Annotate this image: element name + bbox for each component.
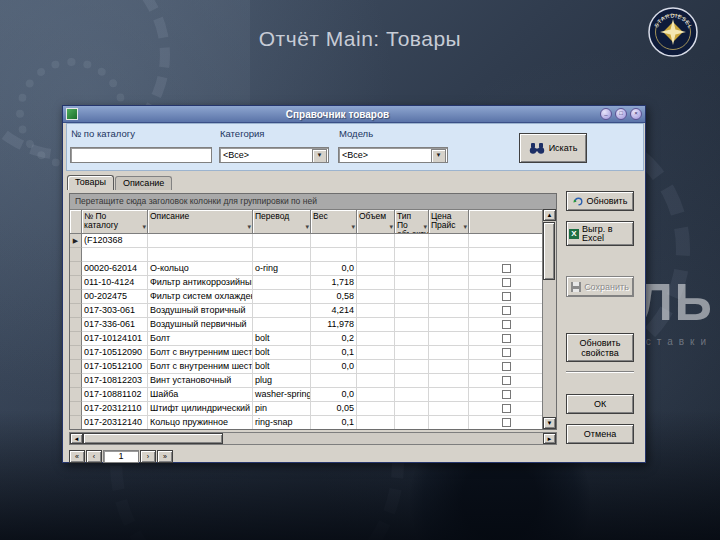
cell-weight — [311, 374, 357, 388]
table-row[interactable]: 011-10-4124Фильтр антикоррозийный1,718 — [70, 276, 556, 290]
maximize-button[interactable]: □ — [615, 108, 627, 120]
cell-price — [429, 290, 469, 304]
column-header[interactable]: № По каталогу▾ — [82, 210, 148, 234]
first-record-button[interactable]: « — [69, 450, 85, 463]
vertical-scroll-thumb[interactable] — [543, 222, 555, 280]
export-excel-label: Выгр. в Excel — [582, 225, 631, 243]
column-header[interactable]: Вес▾ — [311, 210, 357, 234]
row-checkbox[interactable] — [502, 292, 511, 301]
cell-flag — [469, 276, 545, 290]
cancel-button-label: Отмена — [584, 429, 616, 439]
next-record-button[interactable]: › — [140, 450, 156, 463]
cell-weight: 0,0 — [311, 360, 357, 374]
export-excel-button[interactable]: X Выгр. в Excel — [566, 221, 634, 246]
row-checkbox[interactable] — [502, 418, 511, 427]
update-properties-button[interactable]: Обновить свойства — [566, 333, 634, 362]
table-row[interactable]: 017-10512090Болт с внутренним шестигр.bo… — [70, 346, 556, 360]
cell-price — [429, 318, 469, 332]
cell-translation — [253, 290, 311, 304]
chevron-down-icon[interactable]: ▼ — [431, 149, 446, 163]
scroll-down-icon[interactable]: ▼ — [543, 417, 556, 429]
column-header[interactable]: Цена Прайс▾ — [429, 210, 469, 234]
column-header[interactable] — [469, 210, 545, 234]
window-titlebar[interactable]: Справочник товаров _ □ × — [63, 106, 645, 123]
model-selected-value: <Все> — [342, 150, 368, 160]
table-row[interactable]: 017-10124101Болтbolt0,2 — [70, 332, 556, 346]
cell-volume — [357, 416, 395, 430]
table-row[interactable]: 017-10812203Винт установочныйplug — [70, 374, 556, 388]
row-checkbox[interactable] — [502, 306, 511, 315]
search-button[interactable]: Искать — [519, 133, 587, 163]
row-checkbox[interactable] — [502, 404, 511, 413]
cell-flag — [469, 346, 545, 360]
binoculars-icon — [529, 143, 545, 154]
cell-type — [395, 248, 429, 262]
cell-translation: bolt — [253, 360, 311, 374]
table-row[interactable]: 00-202475Фильтр систем охлаждения0,58 — [70, 290, 556, 304]
cell-flag — [469, 318, 545, 332]
column-header[interactable]: Тип По объекту▾ — [395, 210, 429, 234]
chevron-down-icon[interactable]: ▼ — [312, 149, 327, 163]
cell-price — [429, 332, 469, 346]
cell-description — [148, 234, 253, 248]
sort-arrow-icon[interactable]: ▾ — [423, 222, 427, 231]
column-header[interactable]: Перевод▾ — [253, 210, 311, 234]
row-checkbox[interactable] — [502, 376, 511, 385]
table-row[interactable] — [70, 248, 556, 262]
table-row[interactable]: 017-10512100Болт с внутренним шестигр.bo… — [70, 360, 556, 374]
category-select[interactable]: <Все> ▼ — [219, 147, 329, 163]
table-row[interactable]: 017-336-061Воздушный первичный11,978 — [70, 318, 556, 332]
sort-arrow-icon[interactable]: ▾ — [463, 222, 467, 231]
column-header[interactable]: Описание▾ — [148, 210, 253, 234]
minimize-button[interactable]: _ — [600, 108, 612, 120]
prev-record-button[interactable]: ‹ — [86, 450, 102, 463]
row-checkbox[interactable] — [502, 390, 511, 399]
category-selected-value: <Все> — [223, 150, 249, 160]
tab-1[interactable]: Товары — [67, 175, 114, 190]
cancel-button[interactable]: Отмена — [566, 424, 634, 444]
cell-weight: 0,0 — [311, 262, 357, 276]
cell-translation: bolt — [253, 346, 311, 360]
cell-flag — [469, 388, 545, 402]
table-row[interactable]: 017-10881102Шайбаwasher-spring0,0 — [70, 388, 556, 402]
model-select[interactable]: <Все> ▼ — [338, 147, 448, 163]
cell-volume — [357, 346, 395, 360]
products-grid: Перетащите сюда заголовок колонки для гр… — [69, 193, 557, 430]
scroll-right-icon[interactable]: ► — [543, 433, 556, 444]
last-record-button[interactable]: » — [157, 450, 173, 463]
refresh-button[interactable]: Обновить — [566, 191, 634, 211]
row-checkbox[interactable] — [502, 348, 511, 357]
sort-arrow-icon[interactable]: ▾ — [247, 222, 251, 231]
scroll-left-icon[interactable]: ◄ — [70, 433, 83, 444]
row-checkbox[interactable] — [502, 320, 511, 329]
horizontal-scroll-thumb[interactable] — [83, 433, 223, 444]
tab-2[interactable]: Описание — [115, 176, 172, 190]
close-button[interactable]: × — [630, 108, 642, 120]
horizontal-scrollbar[interactable]: ◄ ► — [69, 432, 557, 445]
cell-weight: 0,58 — [311, 290, 357, 304]
table-row[interactable]: 017-20312140Кольцо пружинноеring-snap0,1 — [70, 416, 556, 430]
table-row[interactable]: ▶(F120368 — [70, 234, 556, 248]
catalog-number-input[interactable] — [70, 147, 212, 163]
sort-arrow-icon[interactable]: ▾ — [389, 222, 393, 231]
row-checkbox[interactable] — [502, 362, 511, 371]
cell-volume — [357, 402, 395, 416]
sort-arrow-icon[interactable]: ▾ — [305, 222, 309, 231]
scroll-up-icon[interactable]: ▲ — [543, 209, 556, 221]
table-row[interactable]: 017-20312110Штифт цилиндрическийpin0,05 — [70, 402, 556, 416]
save-button[interactable]: Сохранить — [566, 276, 634, 297]
tab-strip: ТоварыОписание — [67, 172, 173, 188]
row-checkbox[interactable] — [502, 334, 511, 343]
table-row[interactable]: 00020-62014О-кольцоo-ring0,0 — [70, 262, 556, 276]
ok-button[interactable]: ОК — [566, 394, 634, 414]
column-header[interactable]: Объем▾ — [357, 210, 395, 234]
table-row[interactable]: 017-303-061Воздушный вторичный4,214 — [70, 304, 556, 318]
record-number-field[interactable]: 1 — [103, 450, 139, 463]
sort-arrow-icon[interactable]: ▾ — [351, 222, 355, 231]
row-checkbox[interactable] — [502, 264, 511, 273]
sort-arrow-icon[interactable]: ▾ — [142, 222, 146, 231]
row-checkbox[interactable] — [502, 278, 511, 287]
vertical-scrollbar[interactable]: ▲ ▼ — [542, 209, 556, 429]
cell-catalog-id: 017-10812203 — [82, 374, 148, 388]
row-selector — [70, 248, 82, 262]
